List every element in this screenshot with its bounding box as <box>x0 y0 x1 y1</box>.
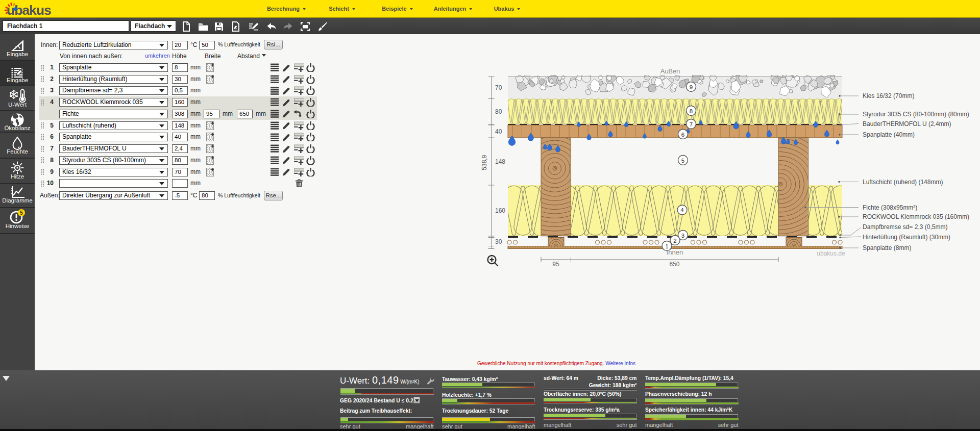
svg-text:Spanplatte (40mm): Spanplatte (40mm) <box>863 131 915 138</box>
svg-text:8: 8 <box>690 108 693 114</box>
svg-text:Fichte (308x95mm²): Fichte (308x95mm²) <box>863 204 917 211</box>
svg-text:Kies 16/32 (70mm): Kies 16/32 (70mm) <box>863 92 914 99</box>
svg-text:9: 9 <box>690 84 693 90</box>
svg-text:ubakus: ubakus <box>7 3 51 17</box>
svg-text:Dampfbremse sd= 2,3 (0,5mm): Dampfbremse sd= 2,3 (0,5mm) <box>863 223 947 231</box>
svg-text:Luftschicht (ruhend) (148mm): Luftschicht (ruhend) (148mm) <box>863 179 943 186</box>
svg-text:2: 2 <box>673 238 676 244</box>
svg-text:Hinterlüftung (Raumluft) (30mm: Hinterlüftung (Raumluft) (30mm) <box>863 234 950 241</box>
svg-text:BauderTHERMOFOL U (2,4mm): BauderTHERMOFOL U (2,4mm) <box>863 120 951 128</box>
svg-text:ubakus.de: ubakus.de <box>817 250 845 257</box>
svg-text:4: 4 <box>680 207 684 213</box>
svg-text:3: 3 <box>681 233 684 239</box>
svg-text:70: 70 <box>495 84 502 91</box>
svg-text:95: 95 <box>552 261 559 268</box>
svg-text:7: 7 <box>690 121 693 128</box>
svg-text:650: 650 <box>669 261 679 268</box>
svg-text:Spanplatte (8mm): Spanplatte (8mm) <box>863 244 911 251</box>
svg-text:40: 40 <box>495 128 502 135</box>
svg-text:ROCKWOOL Klemmrock 035 (160mm): ROCKWOOL Klemmrock 035 (160mm) <box>863 213 969 220</box>
svg-text:Innen: Innen <box>667 248 683 256</box>
svg-text:30: 30 <box>495 238 502 245</box>
svg-text:5: 5 <box>20 210 23 216</box>
svg-text:538,9: 538,9 <box>481 155 488 170</box>
svg-text:148: 148 <box>495 158 505 165</box>
svg-text:Styrodur 3035 CS (80-100mm) (8: Styrodur 3035 CS (80-100mm) (80mm) <box>863 111 969 118</box>
svg-text:80: 80 <box>495 108 502 115</box>
svg-text:5: 5 <box>681 158 684 164</box>
svg-text:Außen: Außen <box>660 67 680 75</box>
svg-text:160: 160 <box>495 207 505 214</box>
svg-text:6: 6 <box>681 132 684 138</box>
